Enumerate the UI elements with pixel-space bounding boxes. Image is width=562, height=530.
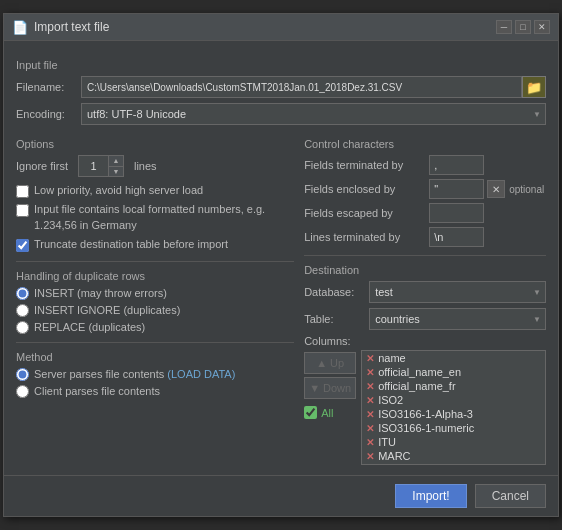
ignore-first-label: Ignore first xyxy=(16,160,68,172)
down-arrow-icon: ▼ xyxy=(309,382,320,394)
encoding-select[interactable]: utf8: UTF-8 Unicode xyxy=(81,103,546,125)
local-formatted-row: Input file contains local formatted numb… xyxy=(16,202,294,233)
list-item: ✕ ISO3166-1-numeric xyxy=(362,421,545,435)
import-button[interactable]: Import! xyxy=(395,484,466,508)
title-bar: 📄 Import text file ─ □ ✕ xyxy=(4,14,558,41)
lines-terminated-input[interactable] xyxy=(429,227,484,247)
destination-label: Destination xyxy=(304,264,546,276)
replace-radio[interactable] xyxy=(16,321,29,334)
replace-label: REPLACE (duplicates) xyxy=(34,321,145,333)
list-item: ✕ official_name_fr xyxy=(362,379,545,393)
divider-1 xyxy=(16,261,294,262)
table-label: Table: xyxy=(304,313,369,325)
col-check-icon: ✕ xyxy=(366,451,374,462)
ignore-row: Ignore first ▲ ▼ lines xyxy=(16,155,294,177)
all-checkbox[interactable] xyxy=(304,406,317,419)
ignore-value-input[interactable] xyxy=(79,156,109,176)
col-name: name xyxy=(378,352,406,364)
insert-ignore-radio[interactable] xyxy=(16,304,29,317)
lines-terminated-row: Lines terminated by xyxy=(304,227,546,247)
all-label: All xyxy=(321,407,333,419)
local-formatted-checkbox[interactable] xyxy=(16,204,29,217)
filename-row: Filename: 📁 xyxy=(16,76,546,98)
col-check-icon: ✕ xyxy=(366,437,374,448)
right-column: Control characters Fields terminated by … xyxy=(304,130,546,465)
minimize-button[interactable]: ─ xyxy=(496,20,512,34)
column-buttons: ▲ Up ▼ Down All xyxy=(304,350,356,465)
col-name: official_name_fr xyxy=(378,380,455,392)
table-row: Table: countries xyxy=(304,308,546,330)
insert-errors-label: INSERT (may throw errors) xyxy=(34,287,167,299)
control-chars-label: Control characters xyxy=(304,138,546,150)
destination-section: Destination Database: test Table: xyxy=(304,264,546,465)
insert-ignore-row: INSERT IGNORE (duplicates) xyxy=(16,304,294,317)
col-name: official_name_en xyxy=(378,366,461,378)
list-item: ✕ official_name_en xyxy=(362,365,545,379)
fields-enclosed-row: Fields enclosed by ✕ optional xyxy=(304,179,546,199)
down-button[interactable]: ▼ Down xyxy=(304,377,356,399)
close-button[interactable]: ✕ xyxy=(534,20,550,34)
encoding-select-wrapper: utf8: UTF-8 Unicode xyxy=(81,103,546,125)
fields-terminated-input[interactable] xyxy=(429,155,484,175)
up-button[interactable]: ▲ Up xyxy=(304,352,356,374)
col-check-icon: ✕ xyxy=(366,409,374,420)
spinner-up-button[interactable]: ▲ xyxy=(109,156,123,167)
import-dialog: 📄 Import text file ─ □ ✕ Input file File… xyxy=(3,13,559,517)
fields-terminated-label: Fields terminated by xyxy=(304,159,429,171)
cancel-button[interactable]: Cancel xyxy=(475,484,546,508)
filename-input[interactable] xyxy=(81,76,522,98)
all-checkbox-row: All xyxy=(304,406,356,419)
ignore-spinner: ▲ ▼ xyxy=(78,155,124,177)
fields-escaped-label: Fields escaped by xyxy=(304,207,429,219)
fields-escaped-row: Fields escaped by xyxy=(304,203,546,223)
col-name: MARC xyxy=(378,450,410,462)
fields-enclosed-clear-button[interactable]: ✕ xyxy=(487,180,505,198)
maximize-button[interactable]: □ xyxy=(515,20,531,34)
server-parses-label: Server parses file contents (LOAD DATA) xyxy=(34,368,235,380)
col-check-icon: ✕ xyxy=(366,395,374,406)
col-name: ISO3166-1-numeric xyxy=(378,422,474,434)
input-file-section-label: Input file xyxy=(16,59,546,71)
fields-enclosed-label: Fields enclosed by xyxy=(304,183,429,195)
insert-errors-radio[interactable] xyxy=(16,287,29,300)
divider-3 xyxy=(304,255,546,256)
list-item: ✕ ISO2 xyxy=(362,393,545,407)
server-parses-radio[interactable] xyxy=(16,368,29,381)
spinner-down-button[interactable]: ▼ xyxy=(109,167,123,177)
encoding-label: Encoding: xyxy=(16,108,81,120)
table-select-wrapper: countries xyxy=(369,308,546,330)
lines-terminated-label: Lines terminated by xyxy=(304,231,429,243)
browse-button[interactable]: 📁 xyxy=(522,76,546,98)
col-check-icon: ✕ xyxy=(366,353,374,364)
database-select[interactable]: test xyxy=(369,281,546,303)
table-select[interactable]: countries xyxy=(369,308,546,330)
insert-errors-row: INSERT (may throw errors) xyxy=(16,287,294,300)
window-controls: ─ □ ✕ xyxy=(496,20,550,34)
columns-label: Columns: xyxy=(304,335,546,347)
list-item: ✕ ITU xyxy=(362,435,545,449)
low-priority-checkbox[interactable] xyxy=(16,185,29,198)
replace-row: REPLACE (duplicates) xyxy=(16,321,294,334)
fields-terminated-row: Fields terminated by xyxy=(304,155,546,175)
col-name: ITU xyxy=(378,436,396,448)
client-parses-row: Client parses file contents xyxy=(16,385,294,398)
columns-list[interactable]: ✕ name ✕ official_name_en ✕ official_nam… xyxy=(361,350,546,465)
truncate-label: Truncate destination table before import xyxy=(34,237,228,252)
columns-section: Columns: ▲ Up ▼ Down xyxy=(304,335,546,465)
client-parses-radio[interactable] xyxy=(16,385,29,398)
dialog-title: Import text file xyxy=(34,20,490,34)
dialog-icon: 📄 xyxy=(12,19,28,35)
truncate-row: Truncate destination table before import xyxy=(16,237,294,252)
divider-2 xyxy=(16,342,294,343)
options-label: Options xyxy=(16,138,294,150)
optional-label: optional xyxy=(509,184,544,195)
low-priority-row: Low priority, avoid high server load xyxy=(16,183,294,198)
col-name: ISO3166-1-Alpha-3 xyxy=(378,408,473,420)
fields-escaped-input[interactable] xyxy=(429,203,484,223)
columns-layout: ▲ Up ▼ Down All xyxy=(304,350,546,465)
col-name: ISO2 xyxy=(378,394,403,406)
dialog-footer: Import! Cancel xyxy=(4,475,558,516)
truncate-checkbox[interactable] xyxy=(16,239,29,252)
fields-enclosed-input[interactable] xyxy=(429,179,484,199)
local-formatted-label: Input file contains local formatted numb… xyxy=(34,202,294,233)
